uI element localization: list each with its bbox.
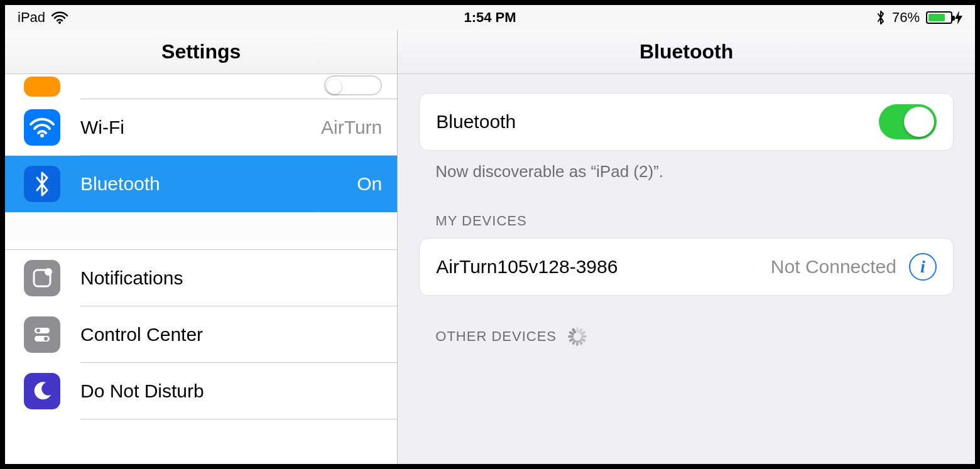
svg-point-0 <box>58 21 61 24</box>
section-divider <box>5 212 397 250</box>
bluetooth-toggle-card: Bluetooth <box>419 93 954 151</box>
detail-title: Bluetooth <box>398 30 975 74</box>
wifi-icon <box>52 11 68 24</box>
carrier-label: iPad <box>18 9 45 26</box>
spinner-icon <box>568 327 587 346</box>
info-icon[interactable]: i <box>909 253 937 281</box>
bluetooth-status-icon <box>876 10 886 25</box>
sidebar-item-label: Wi-Fi <box>80 117 321 138</box>
sidebar-item-label: Control Center <box>80 324 387 345</box>
battery-icon <box>926 11 962 24</box>
moon-icon <box>24 373 60 409</box>
settings-title: Settings <box>5 30 397 74</box>
my-devices-header: MY DEVICES <box>419 181 954 238</box>
sidebar-item-airplane-mode[interactable] <box>5 74 397 99</box>
svg-point-1 <box>40 134 44 137</box>
settings-sidebar: Settings <box>5 30 398 464</box>
wifi-icon <box>24 109 60 146</box>
sidebar-item-label: Do Not Disturb <box>80 380 387 402</box>
charging-bolt-icon <box>955 11 962 24</box>
device-name: AirTurn105v128-3986 <box>436 256 771 278</box>
battery-percent: 76% <box>892 9 920 26</box>
sidebar-item-control-center[interactable]: Control Center <box>5 306 397 363</box>
sidebar-item-wifi[interactable]: Wi-Fi AirTurn <box>5 99 397 156</box>
sidebar-item-label: Bluetooth <box>80 173 357 195</box>
bluetooth-toggle[interactable] <box>879 104 937 139</box>
svg-point-3 <box>45 268 52 276</box>
sidebar-item-label: Notifications <box>80 267 387 289</box>
sidebar-item-notifications[interactable]: Notifications <box>5 250 397 306</box>
status-bar: iPad 1:54 PM 76% <box>5 5 975 30</box>
sidebar-item-bluetooth[interactable]: Bluetooth On <box>5 156 397 212</box>
device-frame: iPad 1:54 PM 76% <box>5 5 975 464</box>
sidebar-item-value: On <box>357 173 387 195</box>
airplane-icon <box>24 77 60 97</box>
bluetooth-icon <box>24 166 60 202</box>
device-status: Not Connected <box>771 256 896 278</box>
detail-pane: Bluetooth Bluetooth Now discoverable as … <box>398 30 975 464</box>
notifications-icon <box>24 260 60 296</box>
sidebar-item-value: AirTurn <box>321 117 387 138</box>
bluetooth-toggle-label: Bluetooth <box>436 111 879 132</box>
my-devices-card: AirTurn105v128-3986 Not Connected i <box>419 238 954 296</box>
device-row[interactable]: AirTurn105v128-3986 Not Connected i <box>420 239 953 295</box>
discoverable-note: Now discoverable as “iPad (2)”. <box>419 151 954 181</box>
control-center-icon <box>24 316 60 353</box>
airplane-toggle[interactable] <box>324 78 382 95</box>
clock: 1:54 PM <box>464 9 516 26</box>
svg-point-5 <box>36 329 40 333</box>
svg-point-7 <box>44 337 48 341</box>
sidebar-item-do-not-disturb[interactable]: Do Not Disturb <box>5 363 397 419</box>
other-devices-header: OTHER DEVICES <box>419 296 954 355</box>
